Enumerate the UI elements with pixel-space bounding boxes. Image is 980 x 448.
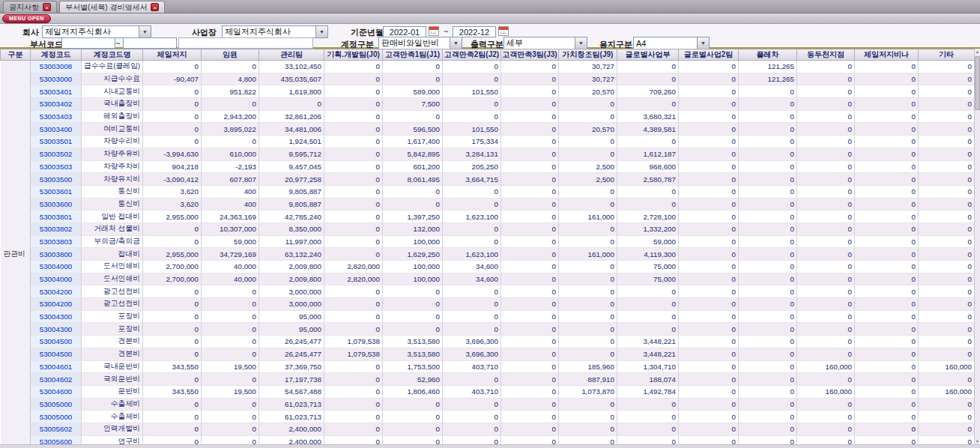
value-cell[interactable]: 0 [324, 298, 383, 311]
value-cell[interactable]: 0 [679, 123, 739, 136]
value-cell[interactable]: 0 [617, 310, 679, 323]
value-cell[interactable]: 188,074 [617, 373, 679, 386]
account-name-cell[interactable]: 거래처 선물비 [82, 223, 143, 235]
value-cell[interactable]: 0 [855, 273, 919, 285]
value-cell[interactable]: 0 [739, 360, 797, 373]
value-cell[interactable]: 589,000 [383, 85, 443, 98]
value-cell[interactable]: 0 [919, 173, 975, 186]
value-cell[interactable]: 0 [143, 336, 202, 348]
account-name-cell[interactable]: 차량주차비 [82, 160, 143, 173]
account-code-cell[interactable]: 53003800 [31, 248, 82, 261]
value-cell[interactable]: 0 [143, 110, 202, 123]
value-cell[interactable]: 0 [855, 73, 919, 85]
value-cell[interactable]: 0 [259, 98, 324, 111]
value-cell[interactable]: 0 [617, 185, 679, 198]
table-row[interactable]: 53003400여비교통비03,895,02234,481,0060596,50… [1, 123, 975, 136]
value-cell[interactable]: 0 [617, 98, 679, 111]
value-cell[interactable]: 0 [679, 98, 739, 111]
value-cell[interactable]: 19,500 [202, 385, 259, 398]
value-cell[interactable]: 121,265 [739, 73, 797, 85]
value-cell[interactable]: 161,000 [559, 211, 617, 223]
value-cell[interactable]: 0 [739, 261, 797, 273]
value-cell[interactable]: 0 [324, 160, 383, 173]
value-cell[interactable]: 0 [679, 73, 739, 85]
value-cell[interactable]: 185,960 [559, 360, 617, 373]
value-cell[interactable]: 0 [919, 223, 975, 235]
value-cell[interactable]: 0 [919, 98, 975, 111]
account-name-cell[interactable]: 견본비 [82, 348, 143, 360]
account-code-cell[interactable]: 53003601 [31, 185, 82, 198]
value-cell[interactable]: 0 [679, 160, 739, 173]
value-cell[interactable]: 0 [855, 85, 919, 98]
value-cell[interactable]: 9,805,887 [259, 185, 324, 198]
table-row[interactable]: 53004200광고선전비003,000,00000000000000 [1, 285, 975, 298]
value-cell[interactable]: 0 [559, 323, 617, 336]
account-code-cell[interactable]: 53004601 [31, 360, 82, 373]
value-cell[interactable]: 0 [797, 136, 855, 148]
value-cell[interactable]: 0 [855, 185, 919, 198]
value-cell[interactable]: 0 [559, 336, 617, 348]
value-cell[interactable]: 0 [501, 198, 559, 211]
value-cell[interactable]: 0 [679, 235, 739, 248]
value-cell[interactable]: 0 [739, 423, 797, 435]
value-cell[interactable]: 161,000 [559, 248, 617, 261]
value-cell[interactable]: 0 [324, 235, 383, 248]
value-cell[interactable]: 0 [324, 423, 383, 435]
value-cell[interactable]: 0 [501, 261, 559, 273]
table-row[interactable]: 53003802거래처 선물비010,307,0008,350,0000132,… [1, 223, 975, 235]
account-code-cell[interactable]: 53003502 [31, 148, 82, 160]
account-code-cell[interactable]: 53003801 [31, 211, 82, 223]
account-name-cell[interactable]: 차량주유비 [82, 148, 143, 160]
value-cell[interactable]: 0 [797, 235, 855, 248]
value-cell[interactable]: 34,600 [443, 273, 501, 285]
value-cell[interactable]: 0 [797, 336, 855, 348]
value-cell[interactable]: 0 [855, 411, 919, 423]
value-cell[interactable]: 0 [202, 285, 259, 298]
tab-expense-report[interactable]: 부서별(세목) 경비명세서 × [59, 1, 165, 13]
value-cell[interactable]: 0 [679, 148, 739, 160]
value-cell[interactable]: 0 [919, 110, 975, 123]
value-cell[interactable]: 0 [855, 248, 919, 261]
account-name-cell[interactable]: 인력개발비 [82, 423, 143, 435]
value-cell[interactable]: 0 [855, 61, 919, 73]
value-cell[interactable]: 59,000 [202, 235, 259, 248]
account-name-cell[interactable]: 수출제비 [82, 398, 143, 411]
value-cell[interactable]: 596,500 [383, 123, 443, 136]
value-cell[interactable]: 9,805,887 [259, 198, 324, 211]
value-cell[interactable]: 0 [143, 223, 202, 235]
value-cell[interactable]: 0 [919, 261, 975, 273]
value-cell[interactable]: 0 [324, 285, 383, 298]
table-row[interactable]: 53004600운반비343,55019,50054,567,48801,806… [1, 385, 975, 398]
value-cell[interactable]: 0 [919, 336, 975, 348]
value-cell[interactable]: 0 [324, 223, 383, 235]
value-cell[interactable]: 0 [202, 423, 259, 435]
value-cell[interactable]: 20,570 [559, 123, 617, 136]
account-name-cell[interactable]: 국외운반비 [82, 373, 143, 386]
value-cell[interactable]: 0 [919, 73, 975, 85]
value-cell[interactable]: 0 [559, 273, 617, 285]
value-cell[interactable]: 1,612,187 [617, 148, 679, 160]
value-cell[interactable]: 0 [739, 248, 797, 261]
value-cell[interactable]: 0 [855, 211, 919, 223]
value-cell[interactable]: 0 [617, 285, 679, 298]
value-cell[interactable]: 100,000 [383, 261, 443, 273]
value-cell[interactable]: 0 [383, 73, 443, 85]
value-cell[interactable]: 0 [559, 411, 617, 423]
value-cell[interactable]: 0 [797, 173, 855, 186]
value-cell[interactable]: 0 [443, 298, 501, 311]
value-cell[interactable]: 0 [739, 198, 797, 211]
value-cell[interactable]: 0 [324, 411, 383, 423]
value-cell[interactable]: 3,284,131 [443, 148, 501, 160]
value-cell[interactable]: 0 [797, 223, 855, 235]
table-row[interactable]: 53004300포장비0095,00000000000000 [1, 323, 975, 336]
value-cell[interactable]: 0 [679, 285, 739, 298]
account-code-cell[interactable]: 53003802 [31, 223, 82, 235]
value-cell[interactable]: 0 [559, 110, 617, 123]
value-cell[interactable]: 0 [855, 148, 919, 160]
value-cell[interactable]: 0 [143, 235, 202, 248]
value-cell[interactable]: 0 [797, 348, 855, 360]
value-cell[interactable]: 0 [739, 285, 797, 298]
value-cell[interactable]: 0 [324, 98, 383, 111]
value-cell[interactable]: 0 [855, 160, 919, 173]
value-cell[interactable]: 0 [559, 398, 617, 411]
